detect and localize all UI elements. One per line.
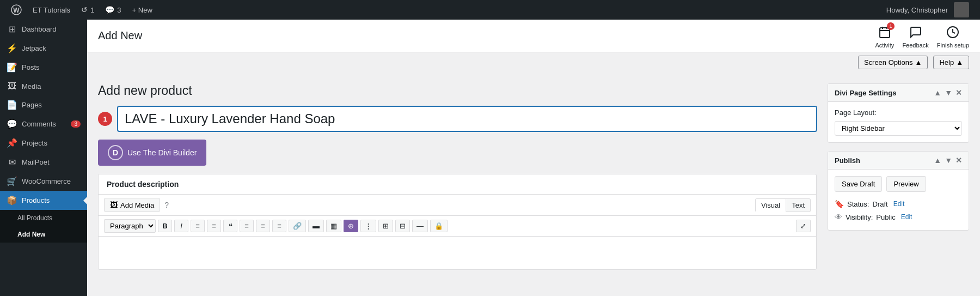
- extra-btn-1[interactable]: ⊞: [378, 220, 393, 232]
- sidebar-item-projects[interactable]: 📌 Projects: [0, 134, 87, 153]
- visual-tab[interactable]: Visual: [755, 198, 786, 212]
- sidebar-item-media[interactable]: 🖼 Media: [0, 77, 87, 95]
- sidebar-item-label: Media: [22, 82, 41, 90]
- extra-btn-3[interactable]: ―: [412, 220, 428, 232]
- activity-badge: 1: [887, 22, 895, 30]
- projects-icon: 📌: [7, 138, 17, 148]
- step-badge: 1: [98, 112, 112, 126]
- add-media-button[interactable]: 🖼 Add Media: [104, 198, 160, 212]
- add-media-label: Add Media: [120, 201, 154, 209]
- activity-label: Activity: [875, 42, 895, 49]
- editor-section: Product description 🖼 Add Media ? Visual…: [98, 174, 817, 270]
- page-heading: Add new product: [98, 83, 817, 98]
- align-center-button[interactable]: ≡: [256, 220, 270, 232]
- activity-button[interactable]: 1 Activity: [875, 23, 895, 49]
- preview-button[interactable]: Preview: [886, 176, 926, 192]
- sidebar-submenu-products: All Products Add New: [0, 210, 87, 243]
- align-left-button[interactable]: ≡: [240, 220, 254, 232]
- editor-section-header: Product description: [99, 174, 816, 195]
- page-layout-row: Page Layout:: [835, 108, 962, 117]
- comments-badge: 3: [71, 120, 81, 128]
- add-new-heading: Add New: [98, 29, 142, 42]
- publish-title: Publish: [835, 156, 860, 165]
- wp-logo[interactable]: W: [5, 0, 27, 20]
- visual-text-tabs: Visual Text: [755, 198, 811, 212]
- sidebar-subitem-add-new[interactable]: Add New: [0, 226, 87, 243]
- divi-builder-button[interactable]: D Use The Divi Builder: [98, 140, 206, 166]
- divi-modules-button[interactable]: ⊕: [344, 220, 358, 232]
- sidebar-item-dashboard[interactable]: ⊞ Dashboard: [0, 20, 87, 39]
- blockquote-button[interactable]: ❝: [223, 220, 237, 232]
- status-label: Status:: [847, 200, 869, 208]
- status-edit-link[interactable]: Edit: [893, 200, 905, 208]
- divi-settings-body: Page Layout: Right Sidebar Left Sidebar …: [828, 102, 969, 142]
- publish-panel-down[interactable]: ▼: [945, 156, 952, 165]
- publish-panel-close[interactable]: ✕: [955, 156, 962, 165]
- all-products-label: All Products: [17, 214, 52, 222]
- status-icon: 🔖: [835, 200, 844, 208]
- sidebar-item-pages[interactable]: 📄 Pages: [0, 95, 87, 114]
- screen-options-label: Screen Options: [864, 58, 913, 67]
- editor-toolbar: Paragraph B I ≡ ≡ ❝ ≡ ≡ ≡ 🔗 ▬ ▦ ⊕: [99, 216, 816, 237]
- save-draft-button[interactable]: Save Draft: [835, 176, 882, 192]
- finish-setup-button[interactable]: Finish setup: [937, 23, 969, 49]
- divi-builder-label: Use The Divi Builder: [127, 148, 197, 157]
- help-button[interactable]: Help ▲: [933, 56, 969, 69]
- visibility-value: Public: [876, 213, 895, 221]
- sidebar-item-woocommerce[interactable]: 🛒 WooCommerce: [0, 172, 87, 191]
- site-name[interactable]: ET Tutorials: [27, 0, 76, 20]
- link-button[interactable]: 🔗: [289, 220, 306, 232]
- side-panel: Divi Page Settings ▲ ▼ ✕ Page Layout: Ri…: [828, 83, 969, 285]
- divi-panel-down[interactable]: ▼: [945, 88, 952, 97]
- product-title-input[interactable]: [118, 106, 817, 131]
- sidebar-item-label: Projects: [22, 139, 47, 147]
- visibility-icon: 👁: [835, 213, 842, 221]
- hr-button[interactable]: ▬: [308, 220, 324, 232]
- ul-button[interactable]: ≡: [191, 220, 205, 232]
- add-media-icon: 🖼: [110, 201, 118, 209]
- sidebar-item-products[interactable]: 📦 Products: [0, 191, 87, 210]
- screen-options-button[interactable]: Screen Options ▲: [858, 56, 928, 69]
- visibility-row: 👁 Visibility: Public Edit: [835, 210, 962, 223]
- page-layout-select[interactable]: Right Sidebar Left Sidebar Full Width No…: [835, 121, 962, 136]
- align-right-button[interactable]: ≡: [272, 220, 286, 232]
- sidebar-item-posts[interactable]: 📝 Posts: [0, 58, 87, 77]
- publish-header[interactable]: Publish ▲ ▼ ✕: [828, 152, 969, 170]
- toolbar-toggle[interactable]: ⋮: [360, 220, 376, 232]
- feedback-button[interactable]: Feedback: [902, 23, 928, 49]
- table-button[interactable]: ▦: [326, 220, 341, 232]
- publish-panel: Publish ▲ ▼ ✕ Save Draft Preview: [828, 151, 969, 231]
- editor-help-icon[interactable]: ?: [164, 201, 169, 209]
- sidebar-item-comments[interactable]: 💬 Comments 3: [0, 114, 87, 134]
- paragraph-select[interactable]: Paragraph: [104, 219, 156, 233]
- text-tab[interactable]: Text: [786, 198, 811, 212]
- mailpoet-icon: ✉: [7, 157, 17, 167]
- sidebar-item-label: Jetpack: [22, 44, 46, 52]
- revisions-link[interactable]: ↺ 1: [76, 0, 100, 20]
- page-title: Add new product: [98, 83, 192, 98]
- comments-link[interactable]: 💬 3: [100, 0, 126, 20]
- secondary-toolbar: Screen Options ▲ Help ▲: [87, 52, 980, 73]
- publish-body: Save Draft Preview 🔖 Status: Draft Edit …: [828, 170, 969, 230]
- sidebar-item-jetpack[interactable]: ⚡ Jetpack: [0, 39, 87, 58]
- feedback-label: Feedback: [902, 42, 928, 49]
- italic-button[interactable]: I: [174, 220, 188, 232]
- sidebar-subitem-all-products[interactable]: All Products: [0, 210, 87, 226]
- divi-builder-section: D Use The Divi Builder: [98, 140, 817, 166]
- publish-panel-up[interactable]: ▲: [934, 156, 941, 165]
- media-icon: 🖼: [7, 81, 17, 91]
- ol-button[interactable]: ≡: [207, 220, 221, 232]
- extra-btn-4[interactable]: 🔒: [430, 220, 448, 232]
- new-link[interactable]: + New: [127, 0, 158, 20]
- divi-settings-header[interactable]: Divi Page Settings ▲ ▼ ✕: [828, 84, 969, 102]
- status-value: Draft: [872, 200, 887, 208]
- divi-panel-up[interactable]: ▲: [934, 88, 941, 97]
- extra-btn-2[interactable]: ⊟: [395, 220, 410, 232]
- visibility-edit-link[interactable]: Edit: [901, 213, 912, 221]
- fullscreen-button[interactable]: ⤢: [796, 220, 811, 232]
- divi-panel-close[interactable]: ✕: [955, 88, 962, 97]
- sidebar-item-label: Posts: [22, 63, 40, 71]
- bold-button[interactable]: B: [158, 220, 172, 232]
- editor-body[interactable]: [99, 237, 816, 269]
- sidebar-item-mailpoet[interactable]: ✉ MailPoet: [0, 153, 87, 172]
